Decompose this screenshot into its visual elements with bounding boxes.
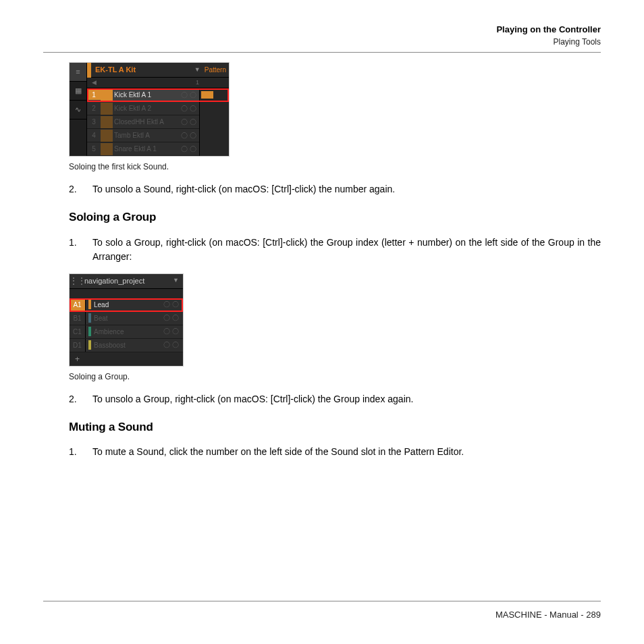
group-color-bar: [88, 300, 91, 309]
group-color-bar: [88, 327, 91, 336]
group-name: Beat: [94, 313, 163, 323]
group-color-bar: [88, 340, 91, 350]
sound-slot-row[interactable]: 4 Tamb Ektl A ◯ ◯: [87, 129, 229, 142]
group-index[interactable]: B1: [70, 312, 86, 325]
pattern-block[interactable]: [201, 91, 213, 99]
sound-color: [101, 89, 113, 101]
sound-color: [101, 130, 113, 142]
sound-name: Tamb Ektl A: [114, 130, 181, 140]
sound-name: Snare Ektl A 1: [114, 144, 181, 154]
figure-caption: Soloing a Group.: [69, 371, 601, 383]
slot-controls-icon[interactable]: ◯ ◯: [181, 104, 199, 113]
group-name: Ambience: [94, 327, 163, 337]
sound-color: [101, 143, 113, 155]
group-controls-icon[interactable]: ◯ ◯: [163, 340, 183, 350]
sound-slot-row[interactable]: 3 ClosedHH Ektl A ◯ ◯: [87, 115, 229, 129]
add-group-button[interactable]: +: [70, 352, 183, 366]
pattern-number-row: 1: [101, 78, 229, 88]
group-arranger-screenshot: ⋮⋮ navigation_project ▼ A1 Lead ◯ ◯ B1 B…: [69, 273, 184, 367]
group-index[interactable]: D1: [70, 339, 86, 352]
pad-view-icon[interactable]: ▦: [70, 82, 86, 101]
sound-color: [101, 116, 113, 128]
list-number: 1.: [69, 445, 92, 459]
list-text: To mute a Sound, click the number on the…: [92, 445, 601, 459]
group-name: Bassboost: [94, 340, 163, 350]
header-title: Playing on the Controller: [43, 24, 601, 34]
grip-icon[interactable]: ⋮⋮: [70, 275, 83, 287]
group-row[interactable]: D1 Bassboost ◯ ◯: [70, 339, 183, 352]
section-heading: Soloing a Group: [69, 209, 601, 226]
section-heading: Muting a Sound: [69, 419, 601, 436]
slot-controls-icon[interactable]: ◯ ◯: [181, 131, 199, 140]
list-text: To solo a Group, right-click (on macOS: …: [92, 236, 601, 264]
list-number: 1.: [69, 236, 92, 264]
list-item: 2. To unsolo a Sound, right-click (on ma…: [69, 182, 601, 196]
sound-slot-row[interactable]: 2 Kick Ektl A 2 ◯ ◯: [87, 102, 229, 115]
slot-controls-icon[interactable]: ◯ ◯: [181, 90, 199, 100]
project-title[interactable]: navigation_project: [83, 275, 169, 287]
sound-number[interactable]: 5: [87, 144, 101, 154]
pattern-label[interactable]: Pattern: [205, 65, 229, 75]
group-name: Lead: [94, 300, 163, 310]
group-controls-icon[interactable]: ◯ ◯: [163, 300, 183, 309]
page-header: Playing on the Controller Playing Tools: [43, 24, 601, 53]
group-row[interactable]: C1 Ambience ◯ ◯: [70, 325, 183, 339]
group-row[interactable]: A1 Lead ◯ ◯: [70, 298, 183, 312]
sound-slot-row[interactable]: 5 Snare Ektl A 1 ◯ ◯: [87, 142, 229, 156]
dropdown-icon[interactable]: ▼: [169, 276, 183, 286]
group-index[interactable]: C1: [70, 325, 86, 338]
sound-name: Kick Ektl A 2: [114, 103, 181, 113]
list-number: 2.: [69, 182, 92, 196]
sound-editor-screenshot: ≡ ▦ ∿ EK-TL A Kit ▼ Pattern ◀ 1 1: [69, 62, 230, 157]
speaker-icon[interactable]: ◀: [87, 78, 101, 88]
sound-number[interactable]: 1: [87, 90, 101, 100]
list-item: 1. To solo a Group, right-click (on macO…: [69, 236, 601, 264]
group-title[interactable]: EK-TL A Kit: [91, 64, 190, 76]
group-color-bar: [88, 313, 91, 323]
dropdown-icon[interactable]: ▼: [190, 65, 205, 75]
sound-number[interactable]: 2: [87, 103, 101, 113]
figure-caption: Soloing the first kick Sound.: [69, 161, 601, 173]
sound-name: Kick Ektl A 1: [114, 90, 181, 100]
sound-number[interactable]: 3: [87, 117, 101, 127]
list-item: 1. To mute a Sound, click the number on …: [69, 445, 601, 459]
group-controls-icon[interactable]: ◯ ◯: [163, 327, 183, 336]
list-text: To unsolo a Group, right-click (on macOS…: [92, 392, 601, 406]
group-row[interactable]: B1 Beat ◯ ◯: [70, 312, 183, 325]
sound-name: ClosedHH Ektl A: [114, 117, 181, 127]
page-footer: MASCHINE - Manual - 289: [43, 601, 601, 620]
list-number: 2.: [69, 392, 92, 406]
sound-slot-row[interactable]: 1 Kick Ektl A 1 ◯ ◯: [87, 88, 229, 102]
group-index[interactable]: A1: [70, 298, 86, 311]
list-view-icon[interactable]: ≡: [70, 63, 86, 82]
slot-controls-icon[interactable]: ◯ ◯: [181, 117, 199, 127]
slot-controls-icon[interactable]: ◯ ◯: [181, 144, 199, 154]
header-subtitle: Playing Tools: [43, 37, 601, 47]
list-text: To unsolo a Sound, right-click (on macOS…: [92, 182, 601, 196]
waveform-icon[interactable]: ∿: [70, 101, 86, 119]
sound-number[interactable]: 4: [87, 130, 101, 140]
group-controls-icon[interactable]: ◯ ◯: [163, 313, 183, 323]
list-item: 2. To unsolo a Group, right-click (on ma…: [69, 392, 601, 406]
sound-color: [101, 103, 113, 115]
